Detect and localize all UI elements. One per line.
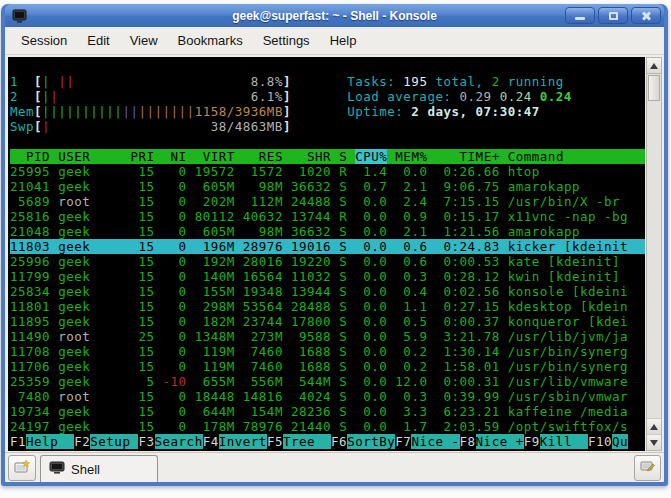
scroll-up-button-bottom[interactable] xyxy=(647,418,661,434)
process-row[interactable]: 11490 root 25 0 1348M 273M 9588 S 0.0 5.… xyxy=(10,329,645,344)
tasks-line: Tasks: 195 total, 2 running xyxy=(347,74,564,89)
arrow-up-icon xyxy=(650,424,658,430)
window-controls xyxy=(565,7,661,24)
process-row[interactable]: 11706 geek 15 0 119M 7460 1688 S 0.0 0.2… xyxy=(10,359,645,374)
session-tab-bar: Shell xyxy=(5,452,664,482)
window-body: SessionEditViewBookmarksSettingsHelp 1 [… xyxy=(5,27,664,482)
blank-line xyxy=(10,134,645,149)
process-row[interactable]: 21048 geek 15 0 605M 98M 36632 S 0.0 2.1… xyxy=(10,224,645,239)
menu-item-view[interactable]: View xyxy=(120,30,168,51)
arrow-up-icon xyxy=(650,63,658,69)
process-row[interactable]: 25995 geek 15 0 19572 1572 1020 R 1.4 0.… xyxy=(10,164,645,179)
fkey-f6-sortby[interactable]: F6SortBy xyxy=(331,434,395,449)
column-header-user[interactable]: USER xyxy=(58,149,130,164)
cpu1-meter: 1 [| || 8.8%] Tasks: 195 total, 2 runnin… xyxy=(10,74,645,89)
scroll-track[interactable] xyxy=(647,102,661,418)
menu-item-bookmarks[interactable]: Bookmarks xyxy=(168,30,253,51)
scroll-thumb[interactable] xyxy=(648,75,660,101)
new-session-button[interactable] xyxy=(8,455,36,481)
arrow-down-icon xyxy=(650,440,658,446)
process-table-header[interactable]: PID USER PRI NI VIRT RES SHR S CPU% MEM%… xyxy=(10,149,645,164)
fkey-f7-nice-[interactable]: F7Nice - xyxy=(395,434,459,449)
process-row[interactable]: 25816 geek 15 0 80112 40632 13744 R 0.0 … xyxy=(10,209,645,224)
konsole-window: geek@superfast: ~ - Shell - Konsole Sess… xyxy=(1,4,668,486)
fkey-f8-nice+[interactable]: F8Nice + xyxy=(460,434,524,449)
fkey-f5-tree[interactable]: F5Tree xyxy=(267,434,331,449)
column-header-s[interactable]: S xyxy=(339,149,347,164)
column-header-pid[interactable]: PID xyxy=(10,149,50,164)
scrollbar[interactable] xyxy=(646,57,662,451)
process-row[interactable]: 5689 root 15 0 202M 112M 24488 S 0.0 2.4… xyxy=(10,194,645,209)
swp-meter: Swp[| 38/4863MB] xyxy=(10,119,645,134)
process-row-selected[interactable]: 11803 geek 15 0 196M 28976 19016 S 0.0 0… xyxy=(10,239,645,254)
blank-line xyxy=(10,59,645,74)
scroll-down-button[interactable] xyxy=(647,434,661,450)
close-button[interactable] xyxy=(631,7,661,24)
column-header-ni[interactable]: NI xyxy=(163,149,187,164)
tab-label: Shell xyxy=(71,462,100,477)
process-row[interactable]: 24197 geek 15 0 178M 78976 21440 S 0.0 1… xyxy=(10,419,645,434)
menu-bar: SessionEditViewBookmarksSettingsHelp xyxy=(5,27,664,55)
tab-shell[interactable]: Shell xyxy=(40,455,158,482)
column-header-res[interactable]: RES xyxy=(243,149,283,164)
terminal-screen[interactable]: 1 [| || 8.8%] Tasks: 195 total, 2 runnin… xyxy=(8,57,645,451)
column-header-pri[interactable]: PRI xyxy=(130,149,154,164)
process-row[interactable]: 7480 root 15 0 18448 14816 4024 S 0.0 0.… xyxy=(10,389,645,404)
menu-item-help[interactable]: Help xyxy=(320,30,367,51)
process-row[interactable]: 25359 geek 5 -10 655M 556M 544M S 0.0 12… xyxy=(10,374,645,389)
maximize-icon xyxy=(609,12,618,20)
minimize-button[interactable] xyxy=(565,7,595,24)
session-list-icon xyxy=(640,459,655,477)
process-row[interactable]: 11895 geek 15 0 182M 23744 17800 S 0.0 0… xyxy=(10,314,645,329)
fkey-f9-kill[interactable]: F9Kill xyxy=(524,434,588,449)
content-area: 1 [| || 8.8%] Tasks: 195 total, 2 runnin… xyxy=(5,55,664,452)
process-row[interactable]: 11801 geek 15 0 298M 53564 28488 S 0.0 1… xyxy=(10,299,645,314)
scroll-up-button[interactable] xyxy=(647,58,661,74)
column-header-time+[interactable]: TIME+ xyxy=(435,149,499,164)
column-header-command[interactable]: Command xyxy=(508,149,636,164)
process-row[interactable]: 25834 geek 15 0 155M 19348 13944 S 0.0 0… xyxy=(10,284,645,299)
menu-item-edit[interactable]: Edit xyxy=(77,30,119,51)
uptime-line: Uptime: 2 days, 07:30:47 xyxy=(347,104,540,119)
new-session-icon xyxy=(14,459,31,478)
fkey-f2-setup[interactable]: F2Setup xyxy=(74,434,138,449)
terminal-tab-icon xyxy=(49,461,65,477)
process-row[interactable]: 11708 geek 15 0 119M 7460 1688 S 0.0 0.2… xyxy=(10,344,645,359)
close-icon xyxy=(641,11,651,21)
process-row[interactable]: 25996 geek 15 0 192M 28016 19220 S 0.0 0… xyxy=(10,254,645,269)
column-header-shr[interactable]: SHR xyxy=(291,149,331,164)
minimize-icon xyxy=(575,17,585,20)
fkey-f4-invert[interactable]: F4Invert xyxy=(203,434,267,449)
column-header-virt[interactable]: VIRT xyxy=(195,149,235,164)
process-row[interactable]: 19734 geek 15 0 644M 154M 28236 S 0.0 3.… xyxy=(10,404,645,419)
maximize-button[interactable] xyxy=(598,7,628,24)
load-average-line: Load average: 0.29 0.24 0.24 xyxy=(347,89,572,104)
title-bar[interactable]: geek@superfast: ~ - Shell - Konsole xyxy=(5,4,664,27)
process-row[interactable]: 21041 geek 15 0 605M 98M 36632 S 0.7 2.1… xyxy=(10,179,645,194)
column-header-cpu[interactable]: CPU% xyxy=(355,149,387,164)
fkey-f10-qu[interactable]: F10Qu xyxy=(588,434,628,449)
process-row[interactable]: 11799 geek 15 0 140M 16564 11032 S 0.0 0… xyxy=(10,269,645,284)
menu-item-settings[interactable]: Settings xyxy=(253,30,320,51)
mem-meter: Mem[|||||||||||||||||||1158/3936MB] Upti… xyxy=(10,104,645,119)
session-list-button[interactable] xyxy=(634,455,661,481)
fkey-f1-help[interactable]: F1Help xyxy=(10,434,74,449)
column-header-mem[interactable]: MEM% xyxy=(395,149,427,164)
function-key-bar: F1Help F2Setup F3SearchF4InvertF5Tree F6… xyxy=(10,434,645,449)
menu-item-session[interactable]: Session xyxy=(11,30,77,51)
fkey-f3-search[interactable]: F3Search xyxy=(138,434,202,449)
cpu2-meter: 2 [|| 6.1%] Load average: 0.29 0.24 0.24 xyxy=(10,89,645,104)
konsole-app-icon xyxy=(12,8,28,23)
